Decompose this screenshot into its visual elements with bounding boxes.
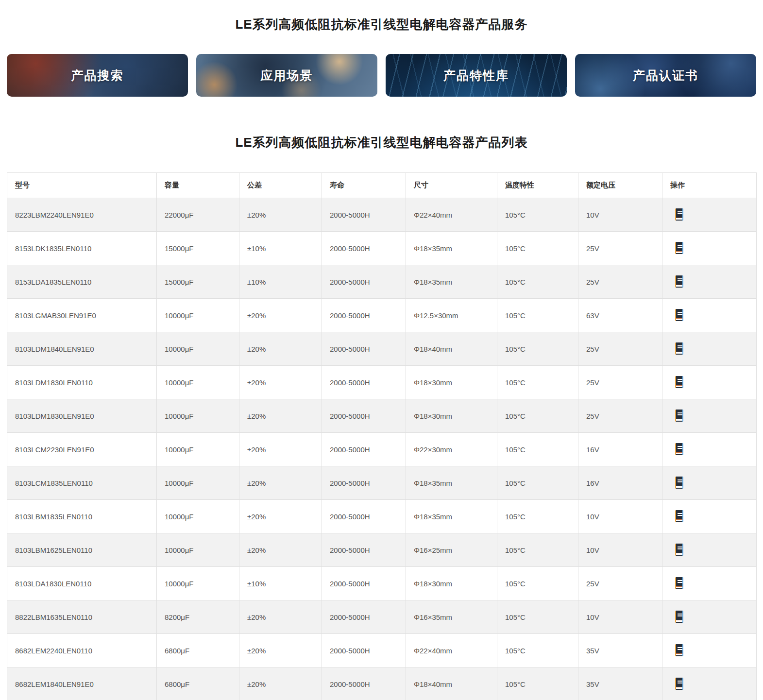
cell-action — [662, 433, 757, 466]
cell-型号: 8103LCM2230LEN91E0 — [7, 433, 157, 466]
cell-容量: 10000μF — [157, 433, 239, 466]
view-datasheet-button[interactable] — [674, 241, 684, 255]
table-row: 8153LDA1835LEN011015000μF±10%2000-5000HΦ… — [7, 265, 757, 299]
notebook-icon-band — [676, 285, 682, 287]
view-datasheet-button[interactable] — [674, 409, 684, 423]
cell-额定电压: 35V — [578, 634, 662, 667]
notebook-icon — [675, 544, 683, 556]
view-datasheet-button[interactable] — [674, 576, 684, 590]
table-row: 8103LCM2230LEN91E010000μF±20%2000-5000HΦ… — [7, 433, 757, 466]
cell-额定电压: 25V — [578, 399, 662, 433]
cell-容量: 10000μF — [157, 567, 239, 600]
cell-型号: 8103LCM1835LEN0110 — [7, 466, 157, 500]
cell-寿命: 2000-5000H — [322, 667, 406, 700]
notebook-icon-lines — [678, 312, 682, 313]
cell-额定电压: 10V — [578, 533, 662, 567]
notebook-icon-band — [676, 419, 682, 421]
column-header-3: 寿命 — [322, 173, 406, 198]
cell-额定电压: 10V — [578, 600, 662, 634]
cell-温度特性: 105°C — [497, 366, 578, 399]
view-datasheet-button[interactable] — [674, 341, 684, 356]
cell-容量: 6800μF — [157, 634, 239, 667]
table-row: 8682LEM1840LEN91E06800μF±20%2000-5000HΦ1… — [7, 667, 757, 700]
column-header-7: 操作 — [662, 173, 757, 198]
view-datasheet-button[interactable] — [674, 509, 684, 523]
notebook-icon-lines — [678, 379, 682, 380]
view-datasheet-button[interactable] — [674, 476, 684, 490]
cell-容量: 10000μF — [157, 399, 239, 433]
notebook-icon-lines — [678, 580, 682, 581]
view-datasheet-button[interactable] — [674, 543, 684, 557]
table-title: LE系列高频低阻抗标准引线型电解电容器产品列表 — [7, 134, 756, 151]
view-datasheet-button[interactable] — [674, 643, 684, 657]
table-row: 8103LGMAB30LEN91E010000μF±20%2000-5000HΦ… — [7, 299, 757, 332]
notebook-icon — [675, 477, 683, 489]
nav-card-certificates[interactable]: 产品认证书 — [575, 54, 756, 97]
view-datasheet-button[interactable] — [674, 442, 684, 456]
nav-card-label: 应用场景 — [261, 68, 313, 84]
product-table: 型号容量公差寿命尺寸温度特性额定电压操作 8223LBM2240LEN91E02… — [7, 172, 757, 700]
notebook-icon — [675, 644, 683, 656]
nav-card-label: 产品认证书 — [633, 68, 698, 84]
cell-尺寸: Φ22×40mm — [406, 634, 497, 667]
cell-尺寸: Φ18×30mm — [406, 399, 497, 433]
cell-公差: ±20% — [239, 667, 322, 700]
notebook-icon-band — [676, 519, 682, 521]
cell-额定电压: 10V — [578, 500, 662, 533]
cell-型号: 8682LEM2240LEN0110 — [7, 634, 157, 667]
table-row: 8103LBM1835LEN011010000μF±20%2000-5000HΦ… — [7, 500, 757, 533]
cell-型号: 8103LDM1840LEN91E0 — [7, 332, 157, 366]
cell-寿命: 2000-5000H — [322, 265, 406, 299]
cell-尺寸: Φ18×35mm — [406, 466, 497, 500]
cell-寿命: 2000-5000H — [322, 232, 406, 265]
nav-card-characteristics-library[interactable]: 产品特性库 — [386, 54, 567, 97]
cell-action — [662, 600, 757, 634]
cell-公差: ±20% — [239, 198, 322, 232]
cell-action — [662, 366, 757, 399]
notebook-icon — [675, 376, 683, 388]
cell-额定电压: 25V — [578, 332, 662, 366]
cell-action — [662, 265, 757, 299]
view-datasheet-button[interactable] — [674, 610, 684, 624]
cell-公差: ±10% — [239, 265, 322, 299]
notebook-icon-lines — [678, 647, 682, 648]
view-datasheet-button[interactable] — [674, 274, 684, 289]
nav-card-product-search[interactable]: 产品搜索 — [7, 54, 188, 97]
cell-型号: 8103LDM1830LEN0110 — [7, 366, 157, 399]
notebook-icon-band — [676, 218, 682, 220]
cell-温度特性: 105°C — [497, 634, 578, 667]
cell-温度特性: 105°C — [497, 232, 578, 265]
cell-尺寸: Φ22×40mm — [406, 198, 497, 232]
notebook-icon — [675, 611, 683, 623]
notebook-icon-lines — [678, 513, 682, 514]
cell-尺寸: Φ18×30mm — [406, 567, 497, 600]
cell-寿命: 2000-5000H — [322, 466, 406, 500]
view-datasheet-button[interactable] — [674, 308, 684, 322]
nav-card-application-scenarios[interactable]: 应用场景 — [196, 54, 377, 97]
notebook-icon-band — [676, 687, 682, 689]
cell-温度特性: 105°C — [497, 332, 578, 366]
column-header-0: 型号 — [7, 173, 157, 198]
cell-公差: ±20% — [239, 399, 322, 433]
notebook-icon-band — [676, 653, 682, 655]
view-datasheet-button[interactable] — [674, 677, 684, 691]
cell-action — [662, 667, 757, 700]
view-datasheet-button[interactable] — [674, 375, 684, 389]
cell-公差: ±20% — [239, 500, 322, 533]
cell-型号: 8103LBM1835LEN0110 — [7, 500, 157, 533]
table-row: 8223LBM2240LEN91E022000μF±20%2000-5000HΦ… — [7, 198, 757, 232]
table-row: 8103LBM1625LEN011010000μF±20%2000-5000HΦ… — [7, 533, 757, 567]
cell-寿命: 2000-5000H — [322, 600, 406, 634]
notebook-icon-lines — [678, 211, 682, 212]
cell-尺寸: Φ16×35mm — [406, 600, 497, 634]
view-datasheet-button[interactable] — [674, 207, 684, 222]
cell-容量: 10000μF — [157, 500, 239, 533]
cell-尺寸: Φ12.5×30mm — [406, 299, 497, 332]
cell-温度特性: 105°C — [497, 433, 578, 466]
cell-寿命: 2000-5000H — [322, 433, 406, 466]
notebook-icon — [675, 443, 683, 455]
cell-额定电压: 10V — [578, 198, 662, 232]
cell-公差: ±10% — [239, 567, 322, 600]
cell-公差: ±20% — [239, 466, 322, 500]
cell-温度特性: 105°C — [497, 500, 578, 533]
